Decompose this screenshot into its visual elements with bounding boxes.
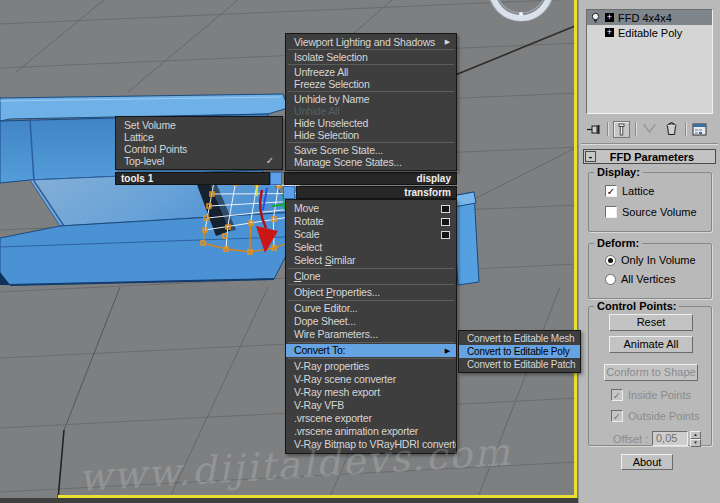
show-end-result-icon[interactable] [613,121,630,138]
configure-modifier-sets-icon[interactable] [691,121,708,138]
menu-item-save-scene-state[interactable]: Save Scene State... [286,144,456,156]
menu-item-convert-editable-poly[interactable]: Convert to Editable Poly [459,345,580,358]
quad-title-tools1: tools 1 [115,172,270,185]
panel-divider [581,143,718,145]
radio-selected[interactable] [605,255,616,266]
menu-separator [288,49,454,50]
menu-item-unhide-by-name[interactable]: Unhide by Name [286,93,456,105]
animate-all-button[interactable]: Animate All [609,336,693,353]
group-label: Display: [594,166,643,178]
viewcube-ring[interactable] [488,0,554,21]
menu-item-set-volume[interactable]: Set Volume [116,119,282,131]
lightbulb-icon[interactable] [590,12,601,24]
command-panel: + FFD 4x4x4 + Editable Poly [578,0,720,503]
lattice-checkbox-row[interactable]: ✓ Lattice [605,185,654,197]
toolbar-divider [607,122,608,136]
menu-item-clone[interactable]: Clone [286,270,456,283]
settings-box-icon[interactable] [441,205,450,213]
menu-separator [288,142,454,143]
application-window: Set Volume Lattice Control Points Top-le… [0,0,720,503]
menu-item-vray-scene-converter[interactable]: V-Ray scene converter [286,373,456,386]
quad-menu-transform: Move Rotate Scale Select Select Similar … [285,199,457,454]
conform-to-shape-button: Conform to Shape [604,364,698,381]
remove-modifier-icon[interactable] [663,121,680,138]
modifier-label: FFD 4x4x4 [618,12,672,24]
menu-item-vrscene-animation-exporter[interactable]: .vrscene animation exporter [286,425,456,438]
menu-item-object-properties[interactable]: Object Properties... [286,286,456,299]
expand-plus-icon[interactable]: + [605,28,614,37]
menu-item-move[interactable]: Move [286,202,456,215]
submenu-arrow-icon: ▶ [445,344,450,357]
offset-field[interactable]: 0,05 [652,431,688,446]
menu-item-unhide-all: Unhide All [286,105,456,117]
menu-item-rotate[interactable]: Rotate [286,215,456,228]
checkbox-checked-disabled: ✓ [611,389,623,401]
menu-item-freeze-selection[interactable]: Freeze Selection [286,78,456,90]
menu-item-vray-bitmap-converter[interactable]: V-Ray Bitmap to VRayHDRI converter [286,438,456,451]
modifier-stack-toolbar [585,119,717,139]
group-label: Deform: [594,237,642,249]
offset-label: Offset : [613,433,648,445]
menu-item-lattice[interactable]: Lattice [116,131,282,143]
quad-title-transform: transform [296,186,457,199]
menu-item-manage-scene-states[interactable]: Manage Scene States... [286,156,456,168]
menu-item-top-level[interactable]: Top-level✓ [116,155,282,167]
modifier-stack-list[interactable]: + FFD 4x4x4 + Editable Poly [586,9,713,114]
menu-item-convert-editable-patch[interactable]: Convert to Editable Patch [459,358,580,371]
menu-item-scale[interactable]: Scale [286,228,456,241]
source-volume-checkbox-row[interactable]: Source Volume [605,206,697,218]
toolbar-divider [635,122,636,136]
menu-item-isolate-selection[interactable]: Isolate Selection [286,51,456,63]
spinner-down-icon[interactable]: ▼ [690,439,701,447]
display-group: Display: ✓ Lattice Source Volume [588,172,712,232]
menu-item-vrscene-exporter[interactable]: .vrscene exporter [286,412,456,425]
modifier-label: Editable Poly [618,27,682,39]
about-button[interactable]: About [621,454,673,470]
settings-box-icon[interactable] [441,231,450,239]
modifier-stack-row-editable-poly[interactable]: + Editable Poly [587,25,712,40]
menu-item-convert-to[interactable]: Convert To:▶ [286,344,456,357]
menu-item-convert-editable-mesh[interactable]: Convert to Editable Mesh [459,332,580,345]
menu-item-select[interactable]: Select [286,241,456,254]
menu-item-viewport-lighting[interactable]: Viewport Lighting and Shadows▶ [286,36,456,48]
modifier-stack-row-ffd[interactable]: + FFD 4x4x4 [587,10,712,25]
spinner-up-icon[interactable]: ▲ [690,431,701,439]
offset-spinner[interactable]: ▲ ▼ [690,431,701,446]
quad-center-square-1 [270,172,282,185]
menu-separator [288,342,454,343]
rollout-title: FFD Parameters [599,151,715,163]
menu-item-control-points[interactable]: Control Points [116,143,282,155]
radio-unselected[interactable] [605,274,616,285]
convert-to-submenu: Convert to Editable Mesh Convert to Edit… [458,330,581,373]
pin-stack-icon[interactable] [585,121,602,138]
deform-group: Deform: Only In Volume All Vertices [588,243,712,299]
menu-separator [288,358,454,359]
quad-menu-display: Viewport Lighting and Shadows▶ Isolate S… [285,33,457,171]
reset-button[interactable]: Reset [609,314,693,331]
collapse-icon[interactable]: - [585,151,596,162]
outside-points-checkbox-row: ✓ Outside Points [611,410,700,422]
menu-item-wire-parameters[interactable]: Wire Parameters... [286,328,456,341]
menu-item-unfreeze-all[interactable]: Unfreeze All [286,66,456,78]
menu-item-hide-selection[interactable]: Hide Selection [286,129,456,141]
toolbar-divider [685,122,686,136]
menu-separator [288,284,454,285]
group-label: Control Points: [594,300,679,312]
menu-item-dope-sheet[interactable]: Dope Sheet... [286,315,456,328]
ffd-parameters-rollout-header[interactable]: - FFD Parameters [583,149,716,164]
menu-item-select-similar[interactable]: Select Similar [286,254,456,267]
expand-plus-icon[interactable]: + [605,13,614,22]
menu-item-curve-editor[interactable]: Curve Editor... [286,302,456,315]
checkbox-checked[interactable]: ✓ [605,185,617,197]
quad-menu-tools1: Set Volume Lattice Control Points Top-le… [115,116,283,170]
all-vertices-radio-row[interactable]: All Vertices [605,273,675,285]
checkbox-unchecked[interactable] [605,206,617,218]
settings-box-icon[interactable] [441,218,450,226]
checkmark-icon: ✓ [266,155,274,167]
menu-item-vray-vfb[interactable]: V-Ray VFB [286,399,456,412]
only-in-volume-radio-row[interactable]: Only In Volume [605,254,696,266]
menu-item-vray-properties[interactable]: V-Ray properties [286,360,456,373]
menu-item-hide-unselected[interactable]: Hide Unselected [286,117,456,129]
submenu-arrow-icon: ▶ [445,36,450,48]
menu-item-vray-mesh-export[interactable]: V-Ray mesh export [286,386,456,399]
